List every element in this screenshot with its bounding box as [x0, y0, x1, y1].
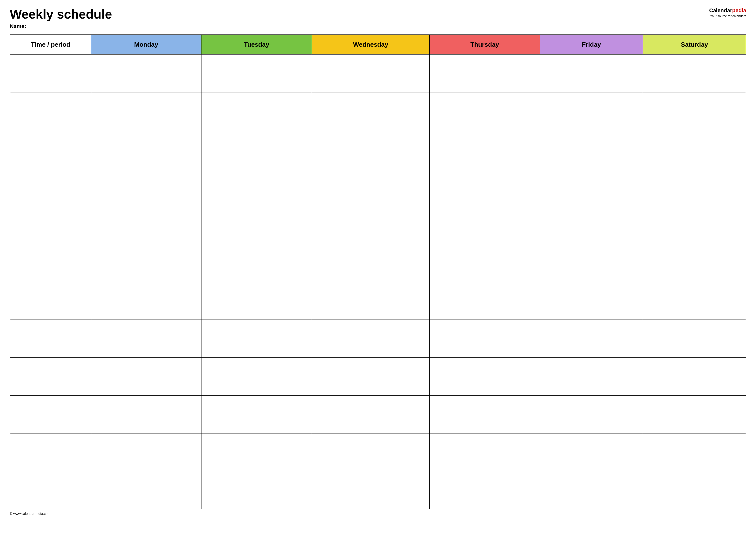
logo-calendar: Calendar: [709, 7, 732, 13]
schedule-cell[interactable]: [430, 92, 540, 130]
schedule-cell[interactable]: [643, 54, 746, 92]
schedule-cell[interactable]: [202, 395, 312, 433]
schedule-cell[interactable]: [312, 168, 430, 206]
schedule-cell[interactable]: [312, 54, 430, 92]
schedule-cell[interactable]: [91, 130, 202, 168]
schedule-cell[interactable]: [430, 433, 540, 471]
schedule-cell[interactable]: [430, 282, 540, 320]
header-thursday: Thursday: [430, 35, 540, 54]
schedule-cell[interactable]: [91, 244, 202, 282]
schedule-cell[interactable]: [430, 395, 540, 433]
schedule-cell[interactable]: [202, 168, 312, 206]
schedule-cell[interactable]: [202, 357, 312, 395]
schedule-cell[interactable]: [540, 433, 643, 471]
table-row[interactable]: [10, 471, 746, 509]
schedule-cell[interactable]: [430, 54, 540, 92]
table-header-row: Time / period Monday Tuesday Wednesday T…: [10, 35, 746, 54]
schedule-cell[interactable]: [91, 168, 202, 206]
schedule-cell[interactable]: [540, 282, 643, 320]
schedule-cell[interactable]: [540, 54, 643, 92]
schedule-cell[interactable]: [312, 471, 430, 509]
schedule-cell[interactable]: [540, 357, 643, 395]
schedule-cell[interactable]: [643, 168, 746, 206]
time-cell[interactable]: [10, 168, 91, 206]
schedule-cell[interactable]: [312, 357, 430, 395]
time-cell[interactable]: [10, 206, 91, 244]
schedule-cell[interactable]: [91, 395, 202, 433]
time-cell[interactable]: [10, 54, 91, 92]
schedule-cell[interactable]: [312, 282, 430, 320]
schedule-cell[interactable]: [91, 471, 202, 509]
schedule-cell[interactable]: [91, 206, 202, 244]
schedule-cell[interactable]: [312, 206, 430, 244]
schedule-cell[interactable]: [312, 433, 430, 471]
table-row[interactable]: [10, 244, 746, 282]
schedule-cell[interactable]: [430, 130, 540, 168]
table-row[interactable]: [10, 130, 746, 168]
schedule-cell[interactable]: [202, 54, 312, 92]
schedule-cell[interactable]: [430, 357, 540, 395]
schedule-cell[interactable]: [643, 206, 746, 244]
schedule-cell[interactable]: [91, 92, 202, 130]
schedule-cell[interactable]: [430, 206, 540, 244]
schedule-cell[interactable]: [643, 92, 746, 130]
table-row[interactable]: [10, 168, 746, 206]
schedule-cell[interactable]: [202, 320, 312, 357]
table-row[interactable]: [10, 320, 746, 357]
schedule-cell[interactable]: [312, 395, 430, 433]
time-cell[interactable]: [10, 282, 91, 320]
schedule-cell[interactable]: [540, 395, 643, 433]
time-cell[interactable]: [10, 471, 91, 509]
schedule-cell[interactable]: [91, 282, 202, 320]
table-row[interactable]: [10, 206, 746, 244]
schedule-cell[interactable]: [430, 168, 540, 206]
time-cell[interactable]: [10, 130, 91, 168]
table-row[interactable]: [10, 282, 746, 320]
time-cell[interactable]: [10, 357, 91, 395]
schedule-cell[interactable]: [91, 357, 202, 395]
table-row[interactable]: [10, 54, 746, 92]
time-cell[interactable]: [10, 320, 91, 357]
schedule-cell[interactable]: [312, 92, 430, 130]
schedule-cell[interactable]: [643, 130, 746, 168]
schedule-cell[interactable]: [430, 471, 540, 509]
schedule-cell[interactable]: [202, 282, 312, 320]
schedule-cell[interactable]: [643, 244, 746, 282]
table-row[interactable]: [10, 395, 746, 433]
schedule-cell[interactable]: [430, 244, 540, 282]
schedule-cell[interactable]: [202, 433, 312, 471]
schedule-cell[interactable]: [643, 471, 746, 509]
schedule-cell[interactable]: [643, 433, 746, 471]
schedule-cell[interactable]: [312, 130, 430, 168]
schedule-cell[interactable]: [540, 244, 643, 282]
schedule-cell[interactable]: [430, 320, 540, 357]
schedule-cell[interactable]: [91, 320, 202, 357]
logo: Calendarpedia: [697, 7, 746, 14]
time-cell[interactable]: [10, 92, 91, 130]
table-row[interactable]: [10, 433, 746, 471]
schedule-cell[interactable]: [540, 206, 643, 244]
table-row[interactable]: [10, 92, 746, 130]
schedule-cell[interactable]: [540, 130, 643, 168]
schedule-cell[interactable]: [540, 320, 643, 357]
time-cell[interactable]: [10, 244, 91, 282]
table-row[interactable]: [10, 357, 746, 395]
schedule-cell[interactable]: [202, 92, 312, 130]
schedule-cell[interactable]: [312, 320, 430, 357]
schedule-cell[interactable]: [202, 206, 312, 244]
schedule-cell[interactable]: [91, 54, 202, 92]
time-cell[interactable]: [10, 433, 91, 471]
schedule-cell[interactable]: [91, 433, 202, 471]
schedule-cell[interactable]: [540, 168, 643, 206]
time-cell[interactable]: [10, 395, 91, 433]
schedule-cell[interactable]: [312, 244, 430, 282]
schedule-cell[interactable]: [540, 471, 643, 509]
schedule-cell[interactable]: [643, 395, 746, 433]
schedule-cell[interactable]: [643, 357, 746, 395]
schedule-cell[interactable]: [643, 320, 746, 357]
schedule-cell[interactable]: [202, 244, 312, 282]
schedule-cell[interactable]: [643, 282, 746, 320]
schedule-cell[interactable]: [540, 92, 643, 130]
schedule-cell[interactable]: [202, 471, 312, 509]
schedule-cell[interactable]: [202, 130, 312, 168]
